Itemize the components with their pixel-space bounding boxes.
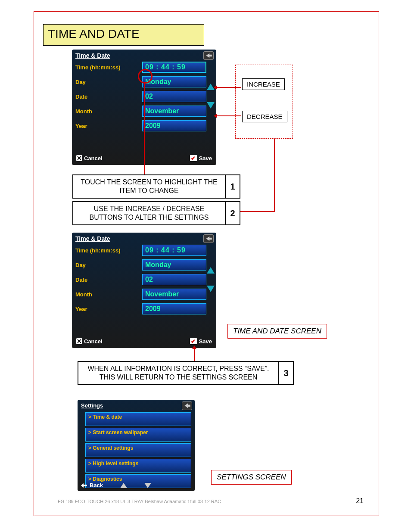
footer-text: FG 189 ECO-TOUCH 26 x18 UL 3 TRAY Belsha… [58,499,221,504]
callout-group [235,65,293,139]
settings-item-general[interactable]: > General settings [85,443,191,457]
month-label: Month [72,108,142,115]
year-value[interactable]: 2009 [142,120,206,131]
arrow-to-increase [217,87,241,88]
check-icon: ✔ [190,155,197,162]
section-title: TIME AND DATE [43,24,204,46]
cancel-button-2[interactable]: ✕Cancel [76,338,103,345]
month-value[interactable]: November [142,106,206,117]
chevron-down-icon[interactable] [144,483,151,488]
x-icon: ✕ [76,155,82,161]
date-value-2[interactable]: 02 [142,274,206,285]
time-value[interactable]: 09 : 44 : 59 [142,62,206,73]
decrease-callout: DECREASE [242,111,287,122]
settings-item-time-date[interactable]: > Time & date [85,412,191,426]
back-button[interactable]: Back [81,482,103,488]
settings-title: Settings [78,400,195,411]
day-value-2[interactable]: Monday [142,259,206,271]
step-3: WHEN ALL INFORMATION IS CORRECT, PRESS “… [78,361,294,385]
return-icon-3[interactable] [182,401,192,410]
return-icon[interactable] [203,51,214,60]
settings-item-high-level[interactable]: > High level settings [85,459,191,473]
arrow-to-step1 [144,82,145,175]
chevron-up-icon[interactable] [120,483,127,488]
increase-callout: INCREASE [242,78,285,90]
check-icon: ✔ [190,338,197,345]
panel-title: Time & Date [72,50,216,60]
year-value-2[interactable]: 2009 [142,303,206,314]
page-number: 21 [356,497,364,505]
callout-connector-v [274,139,275,212]
settings-item-wallpaper[interactable]: > Start screen wallpaper [85,428,191,442]
return-icon-2[interactable] [203,234,214,243]
panel-title-2: Time & Date [72,233,216,243]
day-label: Day [72,79,142,85]
settings-screen-label: SETTINGS SCREEN [211,470,292,485]
year-label: Year [72,123,142,129]
inc-dec-arrows-2 [207,267,215,292]
time-date-panel-2: Time & Date Time (hh:mm:ss)09 : 44 : 59 … [72,233,216,348]
date-value[interactable]: 02 [142,91,206,102]
time-label: Time (hh:mm:ss) [72,64,142,71]
step-2: USE THE INCREASE / DECREASE BUTTONS TO A… [72,201,240,225]
arrow-to-save [194,349,195,361]
step-3-number: 3 [278,361,294,385]
x-icon: ✕ [76,338,82,344]
arrow-to-decrease [217,115,241,116]
settings-panel: Settings > Time & date > Start screen wa… [78,400,195,491]
date-label: Date [72,93,142,100]
step-2-number: 2 [225,201,240,225]
step-1: TOUCH THE SCREEN TO HIGHLIGHT THE ITEM T… [72,174,240,199]
month-value-2[interactable]: November [142,289,206,300]
save-button[interactable]: ✔Save [190,155,212,162]
highlight-circle [138,69,153,84]
cancel-button[interactable]: ✕Cancel [76,155,103,162]
step-1-number: 1 [225,174,240,199]
time-date-screen-label: TIME AND DATE SCREEN [227,324,327,339]
decrease-arrow-icon-2[interactable] [207,286,215,292]
time-value-2[interactable]: 09 : 44 : 59 [142,245,206,256]
save-button-2[interactable]: ✔Save [190,338,212,345]
decrease-arrow-icon[interactable] [207,102,215,109]
increase-arrow-icon-2[interactable] [207,267,215,274]
